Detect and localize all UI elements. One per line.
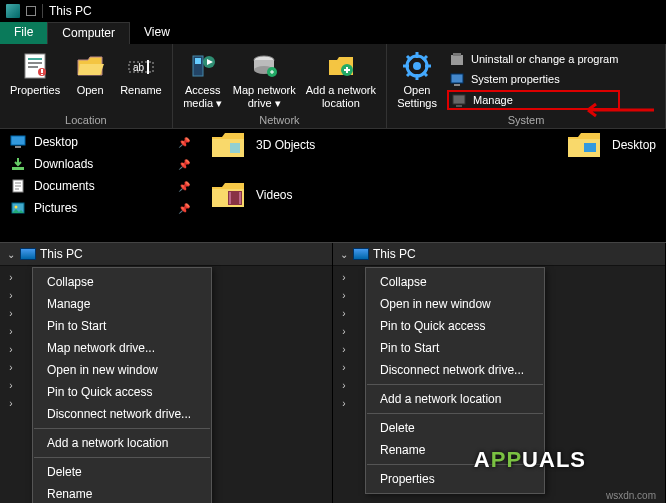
sidebar-item-documents[interactable]: Documents 📌 xyxy=(0,175,200,197)
context-menu-separator xyxy=(367,384,543,385)
folder-icon xyxy=(210,131,246,159)
watermark-text: UALS xyxy=(522,447,586,472)
chevron-right-icon[interactable]: › xyxy=(6,308,16,319)
main-content: 3D Objects Desktop Videos xyxy=(200,129,666,242)
content-area: Desktop 📌 Downloads 📌 Documents 📌 Pictur… xyxy=(0,129,666,242)
map-drive-label: Map network drive ▾ xyxy=(233,84,296,110)
sidebar-item-pictures[interactable]: Pictures 📌 xyxy=(0,197,200,219)
context-menu-item[interactable]: Pin to Quick access xyxy=(33,381,211,403)
pin-icon: 📌 xyxy=(178,159,190,170)
chevron-right-icon[interactable]: › xyxy=(339,344,349,355)
open-icon xyxy=(74,50,106,82)
folder-desktop[interactable]: Desktop xyxy=(566,131,656,159)
chevron-right-icon[interactable]: › xyxy=(339,362,349,373)
chevron-right-icon[interactable]: › xyxy=(6,362,16,373)
tree-node-this-pc[interactable]: ⌄ This PC xyxy=(333,243,665,266)
properties-icon xyxy=(19,50,51,82)
open-label: Open xyxy=(77,84,104,97)
context-menu-item[interactable]: Manage xyxy=(33,293,211,315)
chevron-right-icon[interactable]: › xyxy=(339,380,349,391)
ribbon-group-network: Access media ▾ Map network drive ▾ Add a… xyxy=(173,44,387,128)
svg-rect-32 xyxy=(230,143,240,153)
open-settings-button[interactable]: Open Settings xyxy=(393,48,441,112)
chevron-right-icon[interactable]: › xyxy=(339,272,349,283)
folder-videos[interactable]: Videos xyxy=(210,181,406,209)
context-menu-item[interactable]: Collapse xyxy=(33,271,211,293)
context-menu-item[interactable]: Disconnect network drive... xyxy=(33,403,211,425)
add-network-location-button[interactable]: Add a network location xyxy=(302,48,380,112)
context-menu-item[interactable]: Rename xyxy=(33,483,211,503)
chevron-right-icon[interactable]: › xyxy=(339,308,349,319)
watermark: APPUALS xyxy=(474,447,586,473)
titlebar: This PC xyxy=(0,0,666,22)
svg-rect-27 xyxy=(15,146,21,148)
chevron-right-icon[interactable]: › xyxy=(6,398,16,409)
chevron-right-icon[interactable]: › xyxy=(6,272,16,283)
uninstall-icon xyxy=(449,51,465,67)
svg-text:ab: ab xyxy=(133,62,145,73)
context-menu-item[interactable]: Open in new window xyxy=(366,293,544,315)
context-menu-item[interactable]: Delete xyxy=(33,461,211,483)
this-pc-icon xyxy=(20,248,36,260)
chevron-right-icon[interactable]: › xyxy=(6,380,16,391)
sidebar-item-downloads[interactable]: Downloads 📌 xyxy=(0,153,200,175)
chevron-down-icon[interactable]: ⌄ xyxy=(6,249,16,260)
folder-3d-objects[interactable]: 3D Objects xyxy=(210,131,406,159)
pictures-icon xyxy=(10,200,26,216)
context-menu-separator xyxy=(367,413,543,414)
qat-button[interactable] xyxy=(26,6,36,16)
svg-rect-6 xyxy=(41,74,43,75)
map-drive-icon xyxy=(248,50,280,82)
open-button[interactable]: Open xyxy=(66,48,114,99)
chevron-right-icon[interactable]: › xyxy=(339,290,349,301)
svg-rect-3 xyxy=(28,66,38,68)
tree-label: This PC xyxy=(40,247,83,261)
context-menu-item[interactable]: Collapse xyxy=(366,271,544,293)
access-media-button[interactable]: Access media ▾ xyxy=(179,48,227,112)
svg-rect-1 xyxy=(28,58,42,60)
svg-rect-36 xyxy=(239,192,241,204)
chevron-right-icon[interactable]: › xyxy=(6,344,16,355)
context-menu-item[interactable]: Pin to Start xyxy=(366,337,544,359)
svg-rect-28 xyxy=(12,167,24,170)
svg-rect-2 xyxy=(28,62,42,64)
ribbon-tabs: File Computer View xyxy=(0,22,666,44)
uninstall-program-button[interactable]: Uninstall or change a program xyxy=(447,50,620,68)
tree-node-this-pc[interactable]: ⌄ This PC xyxy=(0,243,332,266)
context-menu-item[interactable]: Map network drive... xyxy=(33,337,211,359)
chevron-right-icon[interactable]: › xyxy=(6,326,16,337)
svg-rect-5 xyxy=(41,69,43,73)
chevron-down-icon[interactable]: ⌄ xyxy=(339,249,349,260)
context-menu-item[interactable]: Disconnect network drive... xyxy=(366,359,544,381)
tab-computer[interactable]: Computer xyxy=(47,22,130,44)
svg-rect-20 xyxy=(451,55,463,65)
window-system-icon[interactable] xyxy=(6,4,20,18)
context-menu-item[interactable]: Delete xyxy=(366,417,544,439)
context-menu-item[interactable]: Open in new window xyxy=(33,359,211,381)
svg-rect-22 xyxy=(451,74,463,83)
callout-arrow xyxy=(576,100,656,123)
properties-label: Properties xyxy=(10,84,60,97)
tab-view[interactable]: View xyxy=(130,22,184,44)
access-media-icon xyxy=(187,50,219,82)
context-menu-item[interactable]: Pin to Quick access xyxy=(366,315,544,337)
chevron-right-icon[interactable]: › xyxy=(339,398,349,409)
context-menu-left: CollapseManagePin to StartMap network dr… xyxy=(32,267,212,503)
properties-button[interactable]: Properties xyxy=(6,48,64,99)
sidebar-item-desktop[interactable]: Desktop 📌 xyxy=(0,131,200,153)
group-label-location: Location xyxy=(6,112,166,126)
context-menu-item[interactable]: Pin to Start xyxy=(33,315,211,337)
chevron-right-icon[interactable]: › xyxy=(339,326,349,337)
svg-rect-21 xyxy=(453,53,461,56)
map-network-drive-button[interactable]: Map network drive ▾ xyxy=(229,48,300,112)
context-menu-item[interactable]: Add a network location xyxy=(33,432,211,454)
tab-file[interactable]: File xyxy=(0,22,47,44)
system-properties-label: System properties xyxy=(471,73,560,85)
watermark-text: A xyxy=(474,447,491,472)
system-properties-button[interactable]: System properties xyxy=(447,70,620,88)
folder-label: Videos xyxy=(256,188,292,202)
rename-button[interactable]: ab Rename xyxy=(116,48,166,99)
context-menu-item[interactable]: Add a network location xyxy=(366,388,544,410)
chevron-right-icon[interactable]: › xyxy=(6,290,16,301)
sidebar-item-label: Documents xyxy=(34,179,95,193)
